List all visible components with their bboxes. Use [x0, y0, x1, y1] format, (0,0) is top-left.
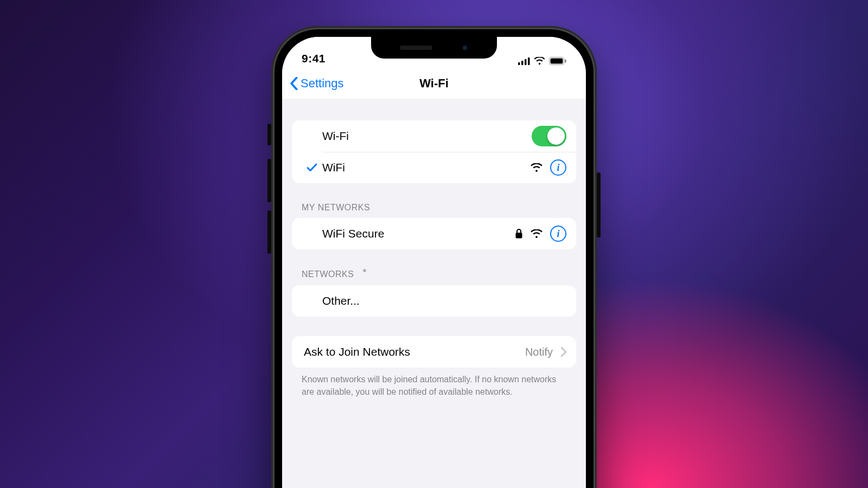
info-button[interactable]: i [550, 226, 566, 242]
volume-down-button [267, 210, 271, 254]
speaker-grille [400, 46, 432, 50]
status-icons [518, 57, 566, 65]
notch [371, 37, 497, 59]
ask-join-value: Notify [525, 346, 553, 358]
svg-rect-3 [528, 57, 530, 65]
wifi-toggle[interactable] [532, 126, 566, 146]
info-button[interactable]: i [550, 159, 566, 176]
svg-rect-6 [565, 60, 566, 63]
back-button[interactable]: Settings [290, 68, 344, 99]
phone-frame: 9:41 Settings Wi-Fi Wi-Fi [271, 26, 597, 488]
known-network-row[interactable]: WiFi Secure i [292, 218, 576, 249]
ask-join-label: Ask to Join Networks [304, 345, 410, 358]
ask-join-footer: Known networks will be joined automatica… [292, 368, 576, 398]
networks-header: NETWORKS [292, 269, 576, 285]
my-networks-card: WiFi Secure i [292, 218, 576, 249]
ask-join-card: Ask to Join Networks Notify [292, 336, 576, 368]
other-network-label: Other... [322, 294, 360, 307]
lock-icon [515, 228, 523, 239]
wifi-signal-icon [531, 163, 542, 172]
networks-card: Other... [292, 285, 576, 317]
battery-icon [549, 57, 566, 65]
volume-up-button [267, 159, 271, 202]
cellular-icon [518, 57, 530, 65]
chevron-right-icon [560, 347, 566, 357]
wifi-toggle-label: Wi-Fi [322, 130, 349, 143]
other-network-row[interactable]: Other... [292, 285, 576, 317]
networks-header-label: NETWORKS [302, 269, 354, 279]
svg-rect-5 [551, 59, 563, 64]
wifi-status-icon [534, 57, 545, 65]
wifi-signal-icon [531, 229, 542, 239]
my-networks-header: MY NETWORKS [292, 203, 576, 218]
connected-network-row[interactable]: WiFi i [292, 152, 576, 183]
content-scroll[interactable]: Wi-Fi WiFi i [282, 99, 586, 488]
navigation-bar: Settings Wi-Fi [282, 68, 586, 99]
page-title: Wi-Fi [419, 76, 449, 91]
wifi-card: Wi-Fi WiFi i [292, 120, 576, 183]
chevron-left-icon [290, 77, 298, 90]
spinner-icon [359, 269, 370, 280]
back-label: Settings [301, 76, 344, 91]
svg-rect-1 [521, 61, 524, 65]
svg-rect-7 [516, 233, 522, 239]
screen: 9:41 Settings Wi-Fi Wi-Fi [282, 37, 586, 488]
front-camera [462, 44, 468, 51]
side-button [597, 172, 601, 237]
svg-rect-2 [525, 59, 527, 65]
checkmark-icon [305, 161, 318, 174]
connected-network-name: WiFi [322, 161, 345, 174]
known-network-name: WiFi Secure [322, 227, 384, 240]
wifi-toggle-row[interactable]: Wi-Fi [292, 120, 576, 152]
ask-join-row[interactable]: Ask to Join Networks Notify [292, 336, 576, 368]
silence-switch [267, 124, 271, 145]
status-time: 9:41 [302, 52, 326, 65]
svg-rect-0 [518, 62, 520, 65]
